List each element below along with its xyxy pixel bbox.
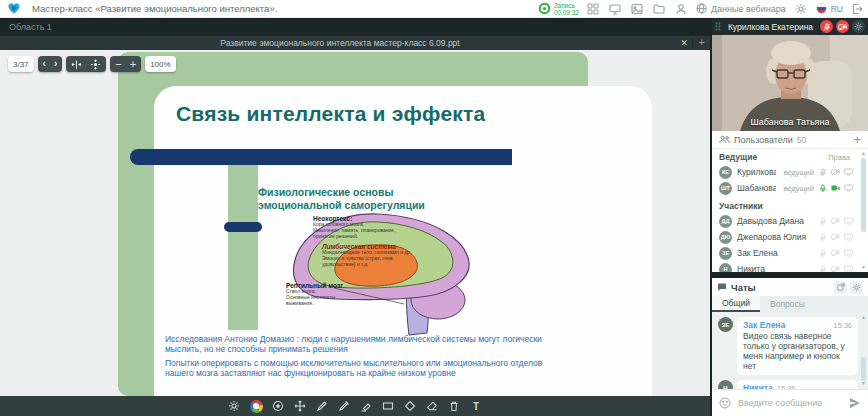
participants-section-label: Участники — [719, 201, 763, 211]
invite-user-button[interactable]: + — [853, 134, 861, 146]
page-indicator[interactable]: 3/37 — [8, 56, 34, 72]
camera-on-icon[interactable] — [831, 184, 840, 192]
russian-flag-icon[interactable] — [816, 3, 827, 14]
language-selector[interactable]: RU — [831, 4, 843, 14]
shape-diamond-icon[interactable] — [404, 400, 417, 413]
limbic-label: Лимбическая система Миндалевидное тело, … — [322, 243, 411, 267]
avatar: Н — [718, 380, 733, 389]
slide-viewer: Связь интеллекта и эффекта Физиологическ… — [0, 50, 710, 396]
camera-off-icon[interactable] — [831, 233, 840, 241]
video-settings-icon[interactable] — [852, 20, 865, 33]
message-author[interactable]: Зак Елена — [743, 320, 785, 330]
eraser-tool-icon[interactable] — [426, 400, 439, 413]
folder-icon[interactable] — [653, 3, 665, 15]
zoom-level[interactable]: 100% — [145, 56, 175, 72]
chat-message[interactable]: ЗЕ Зак Елена15:36 Видео связь наверное т… — [718, 317, 858, 375]
tool-settings-icon[interactable] — [228, 400, 241, 413]
user-row[interactable]: КЕ Курилкова Екатерина ведущий — [719, 164, 868, 180]
mic-off-icon[interactable] — [819, 265, 827, 273]
user-row[interactable]: ДЮ Джепарова Юлия — [719, 229, 868, 245]
camera-off-icon[interactable] — [831, 217, 840, 225]
mic-off-icon[interactable] — [819, 233, 827, 242]
text-tool-icon[interactable]: T — [470, 400, 483, 413]
layout-grid-icon[interactable] — [587, 3, 599, 15]
avatar: ЗЕ — [718, 317, 733, 332]
message-input[interactable] — [736, 397, 844, 409]
video-panel-header: Курилкова Екатерина — [712, 18, 868, 35]
video-feed[interactable]: Шабанова Татьяна — [712, 35, 868, 131]
chat-settings-icon[interactable] — [850, 281, 863, 294]
record-indicator[interactable]: Запись00:09:32 — [538, 2, 579, 16]
color-picker-icon[interactable] — [250, 400, 263, 413]
screen-share-icon[interactable] — [609, 3, 621, 15]
screen-demo-icon[interactable] — [844, 217, 853, 225]
move-tool-icon[interactable] — [294, 400, 307, 413]
avatar: ДД — [719, 215, 732, 228]
webinar-app: Мастер-класс «Развитие эмоционального ин… — [0, 0, 868, 416]
settings-gear-icon[interactable] — [795, 3, 807, 15]
chat-scrollbar[interactable]: ▲ ▼ — [860, 315, 867, 386]
mic-off-icon[interactable] — [819, 249, 827, 258]
top-bar: Мастер-класс «Развитие эмоционального ин… — [0, 0, 868, 18]
close-tab-icon[interactable]: ✕ — [680, 36, 688, 50]
zoom-in-button[interactable]: + — [130, 57, 136, 71]
pencil-tool-icon[interactable] — [316, 400, 329, 413]
zoom-out-button[interactable]: − — [115, 57, 121, 71]
image-icon[interactable] — [631, 3, 643, 15]
mic-off-icon[interactable] — [819, 168, 827, 177]
app-logo-icon[interactable] — [7, 2, 21, 15]
neocortex-label: Неокортекс: Кора головного мозга. Мышлен… — [313, 215, 396, 239]
participants-icon[interactable] — [675, 3, 687, 15]
chat-message[interactable]: Н Никита15:36 + — [718, 380, 858, 389]
emoji-icon[interactable] — [719, 397, 731, 409]
laser-pointer-icon[interactable] — [272, 400, 285, 413]
screen-demo-icon[interactable] — [844, 233, 853, 241]
file-tab[interactable]: Развитие эмоционального интеллекта масте… — [0, 36, 680, 50]
screen-demo-icon[interactable] — [844, 265, 853, 272]
screen-demo-icon[interactable] — [844, 168, 853, 176]
globe-icon — [696, 3, 707, 14]
user-row[interactable]: ДД Давыдова Диана — [719, 213, 868, 229]
highlighter-tool-icon[interactable] — [360, 400, 373, 413]
avatar: КЕ — [719, 166, 732, 179]
users-count: 50 — [797, 135, 806, 145]
drag-handle-icon[interactable] — [715, 22, 721, 31]
camera-off-icon[interactable] — [831, 249, 840, 257]
pen-tool-icon[interactable] — [338, 400, 351, 413]
message-text: Видео связь наверное только у организато… — [743, 331, 852, 371]
avatar: ДЮ — [719, 231, 732, 244]
fit-width-icon[interactable] — [71, 59, 82, 70]
chat-tab-general[interactable]: Общий — [712, 296, 760, 312]
mic-muted-button[interactable] — [820, 20, 833, 33]
prev-slide-button[interactable]: ‹ — [43, 57, 46, 71]
user-row[interactable]: Н Никита — [719, 261, 868, 272]
screen-demo-icon[interactable] — [844, 249, 853, 257]
screen-demo-icon[interactable] — [844, 184, 853, 192]
users-list: Ведущие Права КЕ Курилкова Екатерина вед… — [712, 149, 868, 272]
slide-green-stripe — [228, 149, 258, 330]
rectangle-tool-icon[interactable] — [382, 400, 395, 413]
camera-muted-button[interactable] — [836, 20, 849, 33]
message-author[interactable]: Никита — [743, 383, 773, 389]
users-panel-title: Пользователи — [734, 135, 793, 145]
chat-input-row — [712, 389, 868, 416]
next-slide-button[interactable]: › — [54, 57, 57, 71]
mic-off-icon[interactable] — [819, 217, 827, 226]
hosts-section-label: Ведущие — [719, 152, 757, 162]
send-message-icon[interactable] — [849, 397, 861, 409]
user-row[interactable]: ШТ Шабанова Татьяна ведущий — [719, 180, 868, 196]
message-time: 15:36 — [777, 384, 796, 389]
fit-screen-icon[interactable] — [90, 59, 101, 70]
add-tab-icon[interactable]: + — [699, 36, 705, 50]
annotation-toolbar: T — [0, 396, 710, 416]
chat-popout-icon[interactable] — [834, 281, 847, 294]
exit-icon[interactable] — [851, 3, 863, 15]
camera-off-icon[interactable] — [831, 265, 840, 272]
delete-annotations-icon[interactable] — [448, 400, 461, 413]
camera-off-icon[interactable] — [831, 168, 840, 176]
chat-tab-questions[interactable]: Вопросы — [760, 296, 815, 312]
webinar-data-button[interactable]: Данные вебинара — [696, 3, 786, 14]
users-scrollbar[interactable]: ▲ ▼ — [860, 151, 867, 270]
mic-on-icon[interactable] — [819, 184, 827, 193]
user-row[interactable]: ЗЕ Зак Елена — [719, 245, 868, 261]
